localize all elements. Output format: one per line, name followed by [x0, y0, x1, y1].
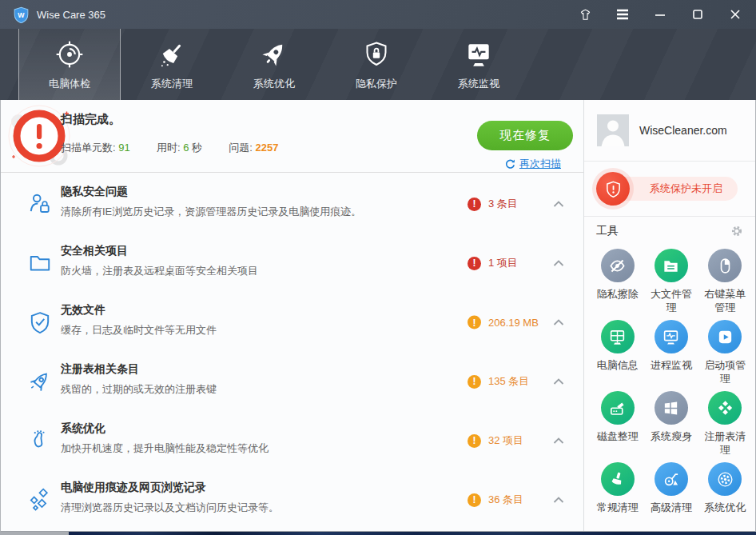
tab-privacy-protector[interactable]: 隐私保护 — [325, 29, 428, 100]
shield-check-icon — [28, 310, 52, 334]
issue-count: 32 项目 — [488, 433, 523, 448]
broom-icon — [157, 38, 187, 70]
alert-badge-icon: ! — [468, 375, 481, 389]
issue-count: 3 条目 — [488, 197, 518, 211]
alert-badge-icon: ! — [468, 257, 481, 270]
issue-badge: ! 206.19 MB — [468, 316, 539, 329]
folder-list-icon — [655, 249, 688, 282]
tool-process-monitor[interactable]: 进程监视 — [644, 320, 698, 390]
rocket-icon — [259, 38, 289, 70]
main-nav: 电脑体检 系统清理 — [0, 29, 756, 100]
issue-row-registry[interactable]: 注册表相关条目 残留的，过期的或无效的注册表键 ! 135 条目 — [1, 352, 583, 411]
monitor-grid-icon — [601, 320, 635, 353]
tools-title: 工具 — [596, 224, 619, 238]
play-icon — [708, 320, 742, 353]
theme-skin-icon[interactable] — [577, 6, 593, 22]
alert-badge-icon: ! — [468, 198, 481, 211]
issue-row-privacy[interactable]: 隐私安全问题 清除所有IE浏览历史记录，资源管理器历史记录及电脑使用痕迹。 ! … — [1, 174, 583, 234]
folder-icon — [28, 251, 52, 275]
diamonds-cluster-icon — [708, 391, 742, 425]
collapse-chevron-icon[interactable] — [553, 378, 564, 385]
tool-big-files-manager[interactable]: 大文件管理 — [644, 249, 698, 319]
tool-common-cleaner[interactable]: 常规清理 — [591, 462, 644, 519]
tool-label: 隐私擦除 — [595, 287, 639, 301]
tab-label: 电脑体检 — [49, 77, 90, 91]
scan-units-label: 扫描单元数: — [61, 142, 116, 154]
scan-time-unit: 秒 — [192, 142, 202, 154]
issue-count: 135 条目 — [488, 374, 529, 389]
tool-label: 右键菜单管理 — [703, 287, 747, 314]
tool-disk-defrag[interactable]: 磁盘整理 — [591, 391, 644, 461]
tab-system-cleaner[interactable]: 系统清理 — [121, 29, 223, 100]
tools-header: 工具 — [584, 217, 755, 245]
titlebar: W Wise Care 365 — [0, 0, 756, 29]
eye-slash-icon — [601, 249, 635, 282]
minimize-button[interactable] — [652, 6, 668, 22]
maximize-button[interactable] — [690, 6, 706, 22]
collapse-chevron-icon[interactable] — [553, 437, 564, 444]
protection-warning-row: 系统保护未开启 — [584, 162, 755, 217]
tool-label: 常规清理 — [595, 501, 639, 514]
issue-count: 206.19 MB — [488, 317, 539, 329]
tool-label: 电脑信息 — [595, 358, 639, 372]
issue-row-system-tuneup[interactable]: 系统优化 加快开机速度，提升电脑性能及稳定性等优化 ! 32 项目 — [1, 411, 583, 470]
tool-registry-cleaner[interactable]: 注册表清理 — [698, 391, 752, 461]
collapse-chevron-icon[interactable] — [553, 201, 564, 207]
tool-startup-manager[interactable]: 启动项管理 — [698, 320, 752, 390]
monitor-pulse-icon — [464, 38, 494, 70]
fix-now-button[interactable]: 现在修复 — [477, 121, 573, 150]
account-name: WiseCleaner.com — [639, 124, 727, 137]
tool-label: 系统优化 — [703, 501, 747, 514]
rescan-link[interactable]: 再次扫描 — [505, 157, 561, 171]
tab-pc-checkup[interactable]: 电脑体检 — [18, 29, 121, 100]
tool-label: 注册表清理 — [703, 429, 747, 457]
issue-badge: ! 36 条目 — [468, 493, 523, 507]
issue-badge: ! 3 条目 — [468, 197, 518, 211]
issue-row-invalid-files[interactable]: 无效文件 缓存，日志及临时文件等无用文件 ! 206.19 MB — [1, 293, 583, 352]
alert-badge-icon: ! — [468, 493, 481, 507]
issue-row-security[interactable]: 安全相关项目 防火墙，注册表及远程桌面等安全相关项目 ! 1 项目 — [1, 234, 583, 293]
gear-icon — [708, 462, 742, 496]
main-panel: 扫描完成。 扫描单元数: 91 用时: 6 秒 问题: 2257 现在修复 — [1, 100, 584, 531]
collapse-chevron-icon[interactable] — [553, 497, 564, 503]
radar-target-icon — [54, 38, 85, 70]
collapse-chevron-icon[interactable] — [553, 319, 564, 325]
tool-system-slimming[interactable]: 系统瘦身 — [644, 391, 698, 461]
user-lock-icon — [28, 192, 52, 216]
disk-icon — [601, 391, 635, 425]
sidebar: WiseCleaner.com 系统保护未开启 工具 — [584, 100, 755, 531]
scan-time-value: 6 — [183, 142, 189, 154]
issue-badge: ! 32 项目 — [468, 433, 523, 448]
tool-context-menu-manager[interactable]: 右键菜单管理 — [698, 249, 752, 319]
mouse-icon — [708, 249, 742, 282]
desktop-edge-strip — [0, 532, 756, 535]
tool-system-tuneup[interactable]: 系统优化 — [698, 462, 752, 519]
tab-label: 系统清理 — [151, 77, 193, 91]
close-button[interactable] — [727, 6, 743, 22]
issue-badge: ! 135 条目 — [468, 374, 529, 389]
tool-privacy-eraser[interactable]: 隐私擦除 — [591, 249, 644, 319]
issue-row-traces[interactable]: 电脑使用痕迹及网页浏览记录 清理浏览器历史记录以及文档访问历史记录等。 ! 36… — [1, 470, 583, 529]
issue-badge: ! 1 项目 — [468, 256, 518, 270]
tool-advanced-cleaner[interactable]: 高级清理 — [644, 462, 698, 519]
rocket-outline-icon — [28, 369, 52, 393]
protection-warning-text: 系统保护未开启 — [650, 182, 722, 196]
monitor-pulse-icon — [655, 320, 688, 353]
app-window: W Wise Care 365 — [0, 0, 756, 535]
tool-pc-info[interactable]: 电脑信息 — [591, 320, 644, 390]
tab-system-tuneup[interactable]: 系统优化 — [223, 29, 325, 100]
alert-badge-icon: ! — [468, 316, 481, 329]
tab-label: 系统优化 — [253, 77, 295, 91]
vacuum-icon — [655, 462, 688, 496]
account-row[interactable]: WiseCleaner.com — [584, 100, 755, 162]
scan-time-label: 用时: — [157, 142, 181, 154]
shield-alert-icon[interactable] — [596, 172, 630, 206]
menu-icon[interactable] — [615, 6, 631, 22]
tool-label: 进程监视 — [649, 358, 693, 372]
brush-icon — [601, 462, 635, 496]
tools-settings-gear-icon[interactable] — [730, 225, 743, 238]
tools-grid: 隐私擦除 大文件管理 — [584, 245, 755, 519]
tab-system-monitor[interactable]: 系统监视 — [428, 29, 530, 100]
collapse-chevron-icon[interactable] — [553, 260, 564, 266]
footprint-icon — [28, 429, 52, 453]
